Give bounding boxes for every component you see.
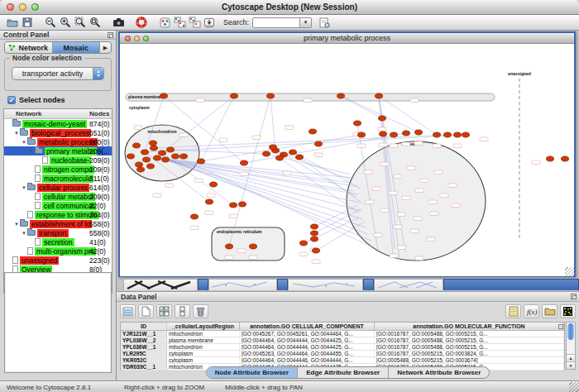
delete-attribute-button[interactable] <box>193 304 208 318</box>
unselect-attributes-button[interactable] <box>175 304 190 318</box>
zoom-window-button[interactable] <box>31 3 39 11</box>
close-view-button[interactable] <box>125 36 131 41</box>
expand-arrow-icon[interactable]: ▼ <box>21 140 27 145</box>
open-file-button[interactable] <box>5 16 20 29</box>
create-attribute-button[interactable] <box>138 304 154 318</box>
network-node[interactable] <box>160 93 168 98</box>
column-go-cellular-component[interactable]: annotation.GO CELLULAR_COMPONENT <box>240 323 375 330</box>
network-node[interactable] <box>198 159 205 164</box>
tree-row[interactable]: multi-organism pro42(0) <box>4 246 112 256</box>
table-row[interactable]: YLR295Ccytoplasm[GO:0045263, GO:0044464,… <box>121 351 564 357</box>
network-node[interactable] <box>147 164 155 169</box>
tree-row[interactable]: ▼transport558(0) <box>4 228 112 237</box>
network-node[interactable] <box>241 160 248 165</box>
network-node[interactable] <box>444 132 452 137</box>
network-node[interactable] <box>133 143 141 148</box>
tab-network[interactable]: Network <box>5 42 53 53</box>
table-row[interactable]: YPL036W__2plasma membrane[GO:0044464, GO… <box>121 337 564 344</box>
network-node[interactable] <box>380 131 387 136</box>
function-builder-button[interactable]: f(x) <box>524 304 539 318</box>
tree-row[interactable]: secretion41(0) <box>4 237 112 246</box>
network-node[interactable] <box>311 231 318 236</box>
expand-arrow-icon[interactable]: ▼ <box>21 231 27 236</box>
close-window-button[interactable] <box>7 3 14 11</box>
network-node[interactable] <box>276 155 284 160</box>
expand-arrow-icon[interactable]: ▼ <box>13 131 20 136</box>
network-node[interactable] <box>210 182 218 187</box>
network-node[interactable] <box>313 248 320 253</box>
expand-arrow-icon[interactable]: ▼ <box>28 149 35 154</box>
network-node[interactable] <box>154 155 161 160</box>
scrollbar-thumb[interactable] <box>567 323 574 340</box>
vizmapper-button[interactable] <box>157 16 172 29</box>
network-node[interactable] <box>230 203 237 208</box>
column-options-icon[interactable] <box>558 324 563 329</box>
network-node[interactable] <box>167 147 175 152</box>
network-node[interactable] <box>354 121 361 126</box>
table-row[interactable]: YPL036W__1mitochondrion[GO:0044464, GO:0… <box>121 344 564 351</box>
float-panel-icon[interactable] <box>108 32 113 38</box>
network-node[interactable] <box>376 93 383 98</box>
import-attributes-button[interactable] <box>542 304 557 318</box>
background-window-preview[interactable] <box>208 279 277 290</box>
network-node[interactable] <box>141 150 149 155</box>
tree-row[interactable]: response to stimulu264(0) <box>4 210 112 219</box>
help-button[interactable] <box>134 16 149 29</box>
tree-row[interactable]: macromolecule311(0) <box>4 174 112 183</box>
network-node[interactable] <box>263 151 270 156</box>
background-window-preview[interactable] <box>123 279 198 290</box>
network-node[interactable] <box>159 151 166 155</box>
minimize-view-button[interactable] <box>134 36 140 41</box>
network-node[interactable] <box>267 93 275 98</box>
matrix-view-button[interactable] <box>560 304 576 318</box>
network-node[interactable] <box>270 145 277 150</box>
import-network-button[interactable] <box>202 16 217 29</box>
network-node[interactable] <box>433 132 441 137</box>
network-node[interactable] <box>127 154 135 159</box>
network-node[interactable] <box>415 130 423 135</box>
column-id[interactable]: ID <box>121 323 167 330</box>
tree-row[interactable]: mosaic-demo-yeast874(0) <box>4 119 112 128</box>
tree-row[interactable]: cellular metabol209(0) <box>4 192 112 201</box>
search-dropdown-button[interactable]: ▼ <box>300 17 312 28</box>
window-resize-grip[interactable] <box>565 267 574 276</box>
birdseye-view-panel[interactable] <box>4 272 112 373</box>
node-color-select[interactable]: transporter activity ▲▼ <box>12 67 104 80</box>
network-node[interactable] <box>309 129 317 134</box>
network-node[interactable] <box>151 146 158 151</box>
tab-network-attribute-browser[interactable]: Network Attribute Browser <box>389 367 489 378</box>
tree-row[interactable]: ▼establishment of lo558(0) <box>4 219 112 228</box>
minimize-window-button[interactable] <box>19 3 26 11</box>
select-attributes-button[interactable] <box>120 304 136 318</box>
network-node[interactable] <box>311 224 318 229</box>
tree-row[interactable]: unassigned223(0) <box>4 256 112 265</box>
tree-row[interactable]: ▼primary metabo209(... <box>4 146 112 155</box>
background-window-edge[interactable] <box>363 279 374 290</box>
network-node[interactable] <box>390 132 398 137</box>
column-cellular-layout-region[interactable]: _cellularLayoutRegion <box>167 323 240 330</box>
tab-node-attribute-browser[interactable]: Node Attribute Browser <box>207 367 299 378</box>
search-options-button[interactable] <box>317 16 332 29</box>
expand-arrow-icon[interactable]: ▼ <box>13 222 20 227</box>
network-node[interactable] <box>300 241 308 246</box>
network-node[interactable] <box>296 155 304 160</box>
network-node[interactable] <box>226 244 233 249</box>
network-node[interactable] <box>239 202 246 207</box>
network-node[interactable] <box>315 141 323 146</box>
network-view-titlebar[interactable]: primary metabolic process <box>120 33 574 44</box>
snapshot-button[interactable] <box>111 16 126 29</box>
network-node[interactable] <box>311 237 318 241</box>
column-go-molecular-function[interactable]: annotation.GO MOLECULAR_FUNCTION <box>375 323 564 330</box>
zoom-view-button[interactable] <box>143 36 149 41</box>
scroll-up-icon[interactable]: ▲ <box>567 354 575 361</box>
table-vertical-scrollbar[interactable]: ▲ ▼ <box>566 322 576 370</box>
tree-row[interactable]: ▼metabolic process280(0) <box>4 137 112 146</box>
background-window-preview[interactable] <box>374 279 443 290</box>
background-window-edge[interactable] <box>198 279 208 290</box>
tab-edge-attribute-browser[interactable]: Edge Attribute Browser <box>298 367 389 378</box>
merge-networks-button[interactable] <box>172 16 187 29</box>
zoom-fit-button[interactable] <box>88 16 103 29</box>
network-node[interactable] <box>180 154 188 159</box>
network-canvas[interactable]: plasma membrane cytoplasm mitochondrion … <box>120 44 574 276</box>
zoom-in-button[interactable] <box>58 16 73 29</box>
